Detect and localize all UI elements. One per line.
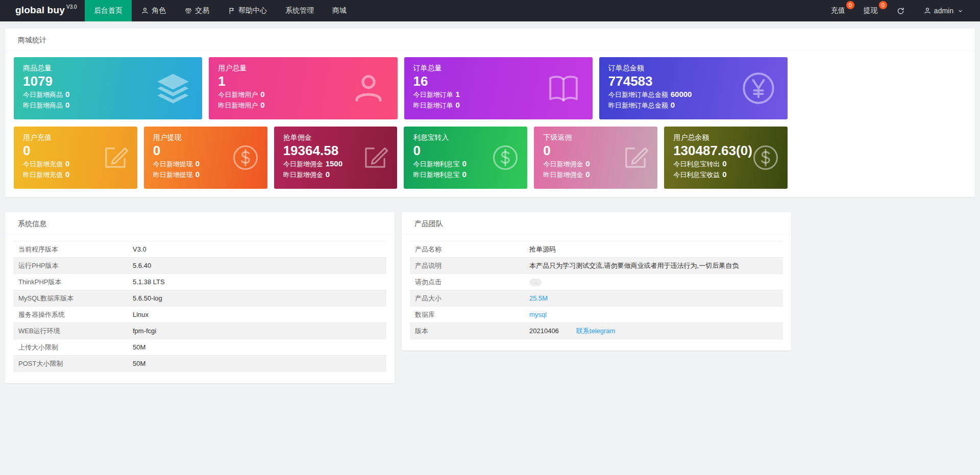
nav-item-label: 交易 [195,6,209,15]
nav-item-system[interactable]: 系统管理 [276,0,323,21]
nav-item-withdraw[interactable]: 提现0 [854,0,887,21]
system-info-body: 当前程序版本V3.0运行PHP版本5.6.40ThinkPHP版本5.1.38 … [5,235,395,383]
row-label: WEB运行环境 [13,323,128,339]
system-info-row: WEB运行环境fpm-fcgi [13,323,386,339]
user-icon [923,7,932,15]
product-team-table: 产品名称抢单源码产品说明本产品只为学习测试交流,请勿要做商业或者用于违法行为,一… [410,241,783,339]
refresh-icon [896,7,905,15]
recharge-badge: 0 [846,1,854,9]
nav-item-label: 商城 [332,6,347,15]
stats-panel-title: 商城统计 [5,29,975,51]
product-link[interactable]: 25.5M [529,294,548,302]
nav-item-trade[interactable]: 交易 [175,0,218,21]
row-label: 服务器操作系统 [13,307,128,323]
stats-row-2: 用户充值0今日新增充值0昨日新增充值0用户提现0今日新增提现0昨日新增提现0抢单… [14,127,788,189]
row-label: 版本 [410,323,524,339]
stat-card-order-amount[interactable]: 订单总金额774583今日新增订单总金额60000昨日新增订单总金额0 [599,57,788,119]
stat-card-user-withdraw[interactable]: 用户提现0今日新增提现0昨日新增提现0 [144,127,267,189]
system-info-row: 当前程序版本V3.0 [13,241,386,258]
nav-item-roles[interactable]: 角色 [132,0,175,21]
product-team-row: 产品名称抢单源码 [410,241,783,258]
dollar-icon [751,143,780,172]
row-label: 产品说明 [410,258,524,274]
nav-item-label: 充值 [831,6,845,15]
row-value: mysql [524,307,783,323]
main-content: 商城统计 商品总量1079今日新增商品0昨日新增商品0用户总量1今日新增用户0昨… [0,21,980,390]
stats-panel: 商城统计 商品总量1079今日新增商品0昨日新增商品0用户总量1今日新增用户0昨… [5,29,975,197]
product-link[interactable]: mysql [529,311,547,318]
nav-item-label: 系统管理 [285,6,314,15]
do-not-click-badge[interactable]: ... [529,279,542,286]
row-value-text: 抢单源码 [529,245,556,253]
stat-card-goods-total[interactable]: 商品总量1079今日新增商品0昨日新增商品0 [14,57,202,119]
top-navbar: global buy V3.0 后台首页角色交易帮助中心系统管理商城 充值0提现… [0,0,980,21]
dollar-icon [491,143,520,172]
product-team-row: 产品说明本产品只为学习测试交流,请勿要做商业或者用于违法行为,一切后果自负 [410,258,783,274]
stat-card-sub-rebate[interactable]: 下级返佣0今日新增佣金0昨日新增佣金0 [534,127,657,189]
row-label: 当前程序版本 [13,241,128,258]
stats-panel-body: 商品总量1079今日新增商品0昨日新增商品0用户总量1今日新增用户0昨日新增用户… [5,51,975,197]
system-info-row: ThinkPHP版本5.1.38 LTS [13,274,386,290]
row-value: Linux [128,307,386,323]
nav-item-mall[interactable]: 商城 [323,0,356,21]
product-team-title: 产品团队 [402,212,791,235]
stat-card-interest-in[interactable]: 利息宝转入0今日新增利息宝0昨日新增利息宝0 [404,127,527,189]
yen-icon [740,69,777,107]
stat-card-title: 用户总余额 [673,133,778,142]
telegram-link[interactable]: 联系telegram [576,327,616,335]
stat-card-grab-commission[interactable]: 抢单佣金19364.58今日新增佣金1500昨日新增佣金0 [274,127,398,189]
row-value: 抢单源码 [524,241,783,258]
stat-card-user-recharge[interactable]: 用户充值0今日新增充值0昨日新增充值0 [14,127,137,189]
product-team-row: 请勿点击... [410,274,783,290]
nav-item-label: 提现 [864,6,878,15]
nav-item-label: 后台首页 [94,6,122,15]
stat-card-title: 下级返佣 [543,133,648,142]
stat-card-title: 利息宝转入 [413,133,518,142]
row-value: V3.0 [128,241,386,258]
row-value: 本产品只为学习测试交流,请勿要做商业或者用于违法行为,一切后果自负 [524,258,783,274]
nav-item-label: 角色 [152,6,166,15]
nav-item-help[interactable]: 帮助中心 [218,0,276,21]
product-team-row: 产品大小25.5M [410,290,783,307]
navbar-right: 充值0提现0admin [822,0,980,21]
user-menu[interactable]: admin [914,0,973,21]
row-label: POST大小限制 [13,356,128,372]
row-value-text: 20210406 [529,327,559,335]
stat-card-user-total[interactable]: 用户总量1今日新增用户0昨日新增用户0 [209,57,397,119]
system-info-row: MySQL数据库版本5.6.50-log [13,290,386,307]
row-label: 上传大小限制 [13,339,128,356]
stat-card-title: 用户充值 [23,133,128,142]
product-team-row: 版本20210406联系telegram [410,323,783,339]
user-icon [350,69,387,107]
nav-item-label: 帮助中心 [238,6,267,15]
system-info-row: POST大小限制50M [13,356,386,372]
row-value: ... [524,274,783,290]
row-value: 5.6.40 [128,258,386,274]
user-icon [141,7,149,15]
compose-icon [621,143,650,172]
row-label: 运行PHP版本 [13,258,128,274]
system-info-table: 当前程序版本V3.0运行PHP版本5.6.40ThinkPHP版本5.1.38 … [13,241,386,372]
row-value: 5.6.50-log [128,290,386,307]
stat-card-title: 用户提现 [153,133,258,142]
user-name: admin [934,7,953,15]
row-label: 请勿点击 [410,274,524,290]
refresh-button[interactable] [887,0,914,21]
system-info-title: 系统信息 [5,212,395,235]
row-label: 产品大小 [410,290,524,307]
system-info-row: 服务器操作系统Linux [13,307,386,323]
dollar-icon [231,143,260,172]
brand-name: global buy [15,4,65,16]
scale-icon [184,7,192,15]
stat-card-order-total[interactable]: 订单总量16今日新增订单1昨日新增订单0 [404,57,593,119]
main-nav: 后台首页角色交易帮助中心系统管理商城 [85,0,822,21]
nav-item-home[interactable]: 后台首页 [85,0,132,21]
bottom-panels: 系统信息 当前程序版本V3.0运行PHP版本5.6.40ThinkPHP版本5.… [5,212,791,383]
stat-card-user-balance[interactable]: 用户总余额130487.63(0)今日利息宝转出0今日利息宝收益0 [664,127,788,189]
nav-item-recharge[interactable]: 充值0 [822,0,854,21]
brand-logo[interactable]: global buy V3.0 [0,0,85,21]
stats-row-1: 商品总量1079今日新增商品0昨日新增商品0用户总量1今日新增用户0昨日新增用户… [14,57,788,119]
book-icon [545,69,582,107]
row-value: fpm-fcgi [128,323,386,339]
row-value: 50M [128,356,386,372]
